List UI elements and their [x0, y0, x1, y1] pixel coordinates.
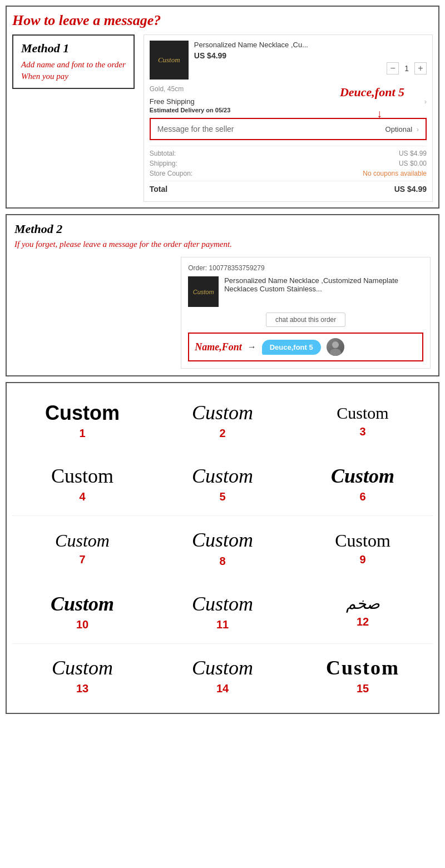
divider2: [150, 181, 427, 181]
product-name: Personalized Name Necklace ,Cu...: [194, 41, 427, 49]
font-number-9: 9: [359, 553, 365, 566]
font-sample-1: Custom: [45, 401, 120, 425]
font-sample-7: Custom: [55, 530, 110, 551]
method1-box: Method 1 Add name and font to the order …: [12, 34, 135, 89]
font-number-4: 4: [79, 490, 85, 503]
qty-number: 1: [404, 64, 409, 73]
font-number-5: 5: [219, 490, 225, 503]
font-sample-6: Custom: [331, 464, 394, 488]
order-panel2: Order: 100778353759279 Custom Personaliz…: [181, 257, 431, 369]
message-seller-label: Message for the seller: [157, 125, 234, 133]
qty-row: − 1 +: [194, 62, 427, 75]
coupon-value: No coupons available: [363, 170, 427, 177]
font-sample-15: Custom: [326, 656, 399, 680]
font-sample-4: Custom: [51, 464, 113, 488]
order-product-row: Custom Personalized Name Necklace ,Cu...…: [150, 41, 427, 80]
method1-desc: Add name and font to the order When you …: [21, 59, 126, 82]
method2-desc: If you forget, please leave a message fo…: [14, 240, 431, 249]
order-panel: Deuce,font 5 ↓ Custom Personalized Name …: [144, 34, 433, 202]
font-number-6: 6: [359, 490, 365, 503]
font-cell-4: Custom 4: [12, 452, 152, 515]
qty-plus-button[interactable]: +: [414, 62, 427, 75]
font-number-14: 14: [216, 682, 229, 695]
font-cell-8: Custom 8: [152, 516, 293, 579]
font-sample-10: Custom: [51, 592, 114, 616]
method1-title: Method 1: [21, 41, 126, 56]
svg-point-0: [332, 341, 339, 348]
subtotal-row: Subtotal: US $4.99: [150, 150, 427, 157]
product-price: US $4.99: [194, 51, 427, 60]
section-fonts: Custom 1 Custom 2 Custom 3 Custom 4 Cust…: [6, 382, 439, 714]
arrow-right-icon: →: [248, 342, 256, 352]
product-info: Personalized Name Necklace ,Cu... US $4.…: [194, 41, 427, 75]
font-cell-12: صخم 12: [293, 580, 433, 643]
font-sample-8: Custom: [192, 528, 253, 552]
font-cell-9: Custom 9: [293, 516, 433, 579]
method2-title: Method 2: [14, 222, 431, 236]
font-cell-3: Custom 3: [293, 389, 433, 452]
chat-about-order-button[interactable]: chat about this order: [266, 313, 345, 327]
font-number-13: 13: [76, 682, 88, 695]
font-cell-14: Custom 14: [152, 644, 293, 707]
font-sample-11: Custom: [192, 592, 253, 616]
total-row: Total US $4.99: [150, 185, 427, 194]
product-info2: Personalized Name Necklace ,Customized N…: [224, 276, 423, 295]
shipping-label: Free Shipping: [150, 97, 195, 106]
how-to-title: How to leave a message?: [12, 12, 433, 29]
avatar: [327, 338, 344, 356]
font-cell-1: Custom 1: [12, 389, 152, 452]
font-number-8: 8: [219, 555, 225, 568]
font-sample-2: Custom: [192, 401, 253, 425]
section-method2: Method 2 If you forget, please leave a m…: [6, 214, 439, 376]
font-cell-11: Custom 11: [152, 580, 293, 643]
font-number-7: 7: [79, 553, 85, 566]
font-number-15: 15: [357, 682, 369, 695]
name-font-label: Name,Font: [195, 341, 242, 353]
message-seller-box[interactable]: Message for the seller Optional ›: [150, 118, 427, 140]
arrow-down-icon: ↓: [377, 107, 382, 120]
font-number-10: 10: [76, 618, 88, 631]
qty-minus-button[interactable]: −: [387, 62, 399, 75]
coupon-row: Store Coupon: No coupons available: [150, 170, 427, 177]
font-number-2: 2: [219, 427, 225, 440]
deuce-font-label: Deuce,font 5: [340, 85, 404, 100]
product-thumbnail2: Custom: [188, 276, 219, 307]
font-sample-5: Custom: [192, 464, 253, 488]
name-font-row: Name,Font → Deuce,font 5: [188, 333, 423, 361]
order-product-row2: Custom Personalized Name Necklace ,Custo…: [188, 276, 423, 307]
deuce-font-bubble: Deuce,font 5: [262, 340, 321, 355]
product-thumbnail: Custom: [150, 41, 189, 80]
message-optional-label: Optional ›: [385, 125, 419, 133]
font-number-11: 11: [216, 618, 229, 631]
shipping-cost-row: Shipping: US $0.00: [150, 160, 427, 167]
message-layout: Method 1 Add name and font to the order …: [12, 34, 433, 202]
font-cell-10: Custom 10: [12, 580, 152, 643]
product-name2: Personalized Name Necklace ,Customized N…: [224, 276, 423, 293]
font-sample-12: صخم: [346, 594, 380, 613]
estimated-delivery: Estimated Delivery on 05/23: [150, 107, 427, 113]
font-number-1: 1: [79, 427, 85, 440]
font-cell-13: Custom 13: [12, 644, 152, 707]
message-arrow-icon: ›: [417, 125, 419, 133]
font-cell-15: Custom 15: [293, 644, 433, 707]
font-cell-6: Custom 6: [293, 452, 433, 515]
font-sample-13: Custom: [52, 656, 113, 680]
divider: [150, 146, 427, 146]
font-number-12: 12: [357, 616, 369, 628]
fonts-grid: Custom 1 Custom 2 Custom 3 Custom 4 Cust…: [12, 389, 433, 707]
order-number: Order: 100778353759279: [188, 264, 423, 272]
font-number-3: 3: [359, 425, 365, 438]
svg-point-1: [330, 349, 341, 356]
font-cell-5: Custom 5: [152, 452, 293, 515]
font-sample-3: Custom: [337, 403, 388, 423]
font-cell-7: Custom 7: [12, 516, 152, 579]
section-how-to-message: How to leave a message? Method 1 Add nam…: [6, 6, 439, 209]
font-cell-2: Custom 2: [152, 389, 293, 452]
chevron-right-icon: ›: [424, 97, 427, 106]
font-sample-14: Custom: [192, 656, 253, 680]
font-sample-9: Custom: [335, 530, 390, 551]
